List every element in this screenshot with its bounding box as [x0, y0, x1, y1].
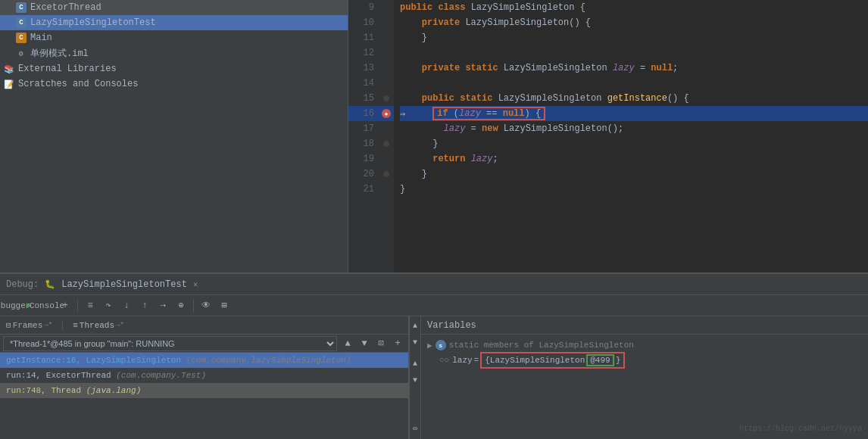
- step-over-btn[interactable]: ↷: [101, 298, 116, 313]
- console-tab[interactable]: Console: [39, 298, 55, 313]
- breakpoint-16: ●: [382, 109, 391, 118]
- code-text: [400, 154, 432, 164]
- scroll-up-btn[interactable]: ▲: [407, 318, 423, 333]
- line-num-13: 13: [348, 63, 379, 73]
- thread-select[interactable]: *Thread-1*@485 in group "main": RUNNING: [3, 336, 337, 351]
- sidebar: C ExcetorThread C LazySimpleSingletonTes…: [0, 0, 348, 272]
- sidebar-item-label: Main: [30, 33, 52, 43]
- code-text: LazySimpleSingleton: [498, 93, 607, 104]
- frames-arrow: →*: [44, 322, 52, 329]
- scroll-up2-btn[interactable]: ▲: [407, 356, 423, 371]
- sidebar-item-iml[interactable]: ⚙ 单例模式.iml: [0, 45, 348, 61]
- code-text: }: [400, 169, 427, 179]
- sidebar-item-lazy[interactable]: C LazySimpleSingletonTest: [0, 15, 348, 30]
- s-icon-static: s: [436, 340, 446, 350]
- var-lazy-name: lazy: [452, 356, 472, 365]
- step-out-btn[interactable]: ↑: [137, 298, 152, 313]
- tab-debugger[interactable]: Debugger: [3, 298, 18, 313]
- code-text: ==: [481, 108, 503, 119]
- run-to-cursor-btn[interactable]: ⇢: [155, 298, 170, 313]
- code-line-9: public class LazySimpleSingleton {: [400, 0, 868, 15]
- step-into-btn[interactable]: ↓: [119, 298, 134, 313]
- add-console-btn[interactable]: +: [58, 298, 73, 313]
- keyword-static: static: [460, 93, 498, 104]
- sidebar-item-label: External Libraries: [18, 64, 117, 74]
- settings-btn[interactable]: ≡: [83, 298, 98, 313]
- frame-text-2: run:748, Thread (java.lang): [6, 386, 141, 395]
- code-line-12: [400, 45, 868, 61]
- code-line-19: return lazy ;: [400, 151, 868, 167]
- class-icon-main: C: [15, 32, 27, 44]
- filter-thread-btn[interactable]: ⊡: [373, 336, 389, 351]
- keyword-public: public: [400, 2, 438, 13]
- line-num-21: 21: [348, 184, 379, 195]
- debug-toolbar: Debugger ▶ Console + ≡ ↷ ↓ ↑ ⇢ ⊕ 👁 ⊞: [0, 295, 868, 316]
- prev-thread-btn[interactable]: ▲: [340, 336, 355, 351]
- frames-list: getInstance:16, LazySimpleSingleton (com…: [0, 353, 408, 439]
- line-num-17: 17: [348, 123, 379, 134]
- class-icon-selected: C: [15, 17, 27, 29]
- code-line-17: lazy = new LazySimpleSingleton();: [400, 121, 868, 136]
- line-num-12: 12: [348, 48, 379, 58]
- restore-btn[interactable]: ⊞: [217, 298, 232, 313]
- code-text: =: [465, 123, 482, 134]
- frame-item-0[interactable]: getInstance:16, LazySimpleSingleton (com…: [0, 353, 408, 368]
- threads-label-text: Threads: [80, 321, 114, 330]
- frame-item-2[interactable]: run:748, Thread (java.lang): [0, 383, 408, 398]
- gutter-20: [379, 171, 394, 177]
- threads-label-icon: ≡: [73, 321, 78, 330]
- frame-item-1[interactable]: run:14, ExcetorThread (com.company.Test): [0, 368, 408, 383]
- infinity-btn[interactable]: ∞: [407, 421, 423, 436]
- frame-text-0: getInstance:16, LazySimpleSingleton (com…: [6, 356, 351, 365]
- scroll-down-btn[interactable]: ▼: [407, 335, 423, 350]
- close-debug-tab[interactable]: ✕: [193, 279, 198, 289]
- keyword-static: static: [465, 63, 503, 73]
- frames-panel: ⊟ Frames →* | ≡ Threads →* *Thread-1*@48…: [0, 316, 409, 439]
- evaluate-btn[interactable]: ⊕: [173, 298, 189, 313]
- sidebar-item-label: ExcetorThread: [30, 2, 101, 13]
- lazy-value-box: {LazySimpleSingleton @499 }: [480, 352, 625, 369]
- line-num-10: 10: [348, 17, 379, 28]
- scroll-down2-btn[interactable]: ▼: [407, 372, 423, 388]
- code-line-21: }: [400, 182, 868, 197]
- debug-dot-20: [383, 171, 389, 177]
- keyword-class: class: [438, 2, 470, 13]
- sidebar-item-main[interactable]: C Main: [0, 30, 348, 45]
- frames-tab-label: ⊟ Frames →*: [6, 320, 52, 330]
- gutter-15: [379, 95, 394, 101]
- frame-text-1: run:14, ExcetorThread (com.company.Test): [6, 371, 206, 380]
- var-item-static[interactable]: ▶ s static members of LazySimpleSingleto…: [421, 338, 868, 353]
- watches-btn[interactable]: 👁: [198, 298, 214, 313]
- debug-filename: LazySimpleSingletonTest: [61, 279, 187, 290]
- next-thread-btn[interactable]: ▼: [357, 336, 372, 351]
- red-box-if: if ( lazy == null ) {: [432, 107, 545, 120]
- sidebar-item-scratches[interactable]: 📝 Scratches and Consoles: [0, 76, 348, 92]
- threads-tab-label: ≡ Threads →*: [73, 321, 124, 330]
- line-num-16: 16: [348, 108, 379, 119]
- code-line-20: }: [400, 167, 868, 182]
- code-line-11: }: [400, 30, 868, 45]
- sidebar-item-extlibs[interactable]: 📚 External Libraries: [0, 61, 348, 76]
- code-text: }: [400, 139, 438, 149]
- add-thread-btn[interactable]: +: [390, 336, 405, 351]
- line-num-11: 11: [348, 33, 379, 43]
- sidebar-item-excetor[interactable]: C ExcetorThread: [0, 0, 348, 15]
- var-equals: =: [474, 356, 479, 365]
- toolbar-sep2: [193, 300, 194, 312]
- keyword-null2: null: [503, 108, 525, 119]
- code-text: [400, 63, 422, 73]
- var-item-lazy[interactable]: ○○ lazy = {LazySimpleSingleton @499 }: [421, 353, 868, 368]
- threads-arrow: →*: [116, 322, 124, 329]
- debug-dot-15: [383, 95, 389, 101]
- keyword-private: private: [422, 63, 466, 73]
- debug-panel: Debug: 🐛 LazySimpleSingletonTest ✕ Debug…: [0, 272, 868, 439]
- scroll-bottom: ∞: [407, 421, 423, 436]
- keyword-null: null: [651, 63, 673, 73]
- code-text: (: [454, 108, 459, 119]
- line-num-20: 20: [348, 169, 379, 179]
- gutter-16: ●: [379, 109, 394, 118]
- keyword-public: public: [422, 93, 460, 104]
- toolbar-sep1: [77, 300, 78, 312]
- line-num-9: 9: [348, 2, 379, 13]
- code-text: [400, 93, 422, 104]
